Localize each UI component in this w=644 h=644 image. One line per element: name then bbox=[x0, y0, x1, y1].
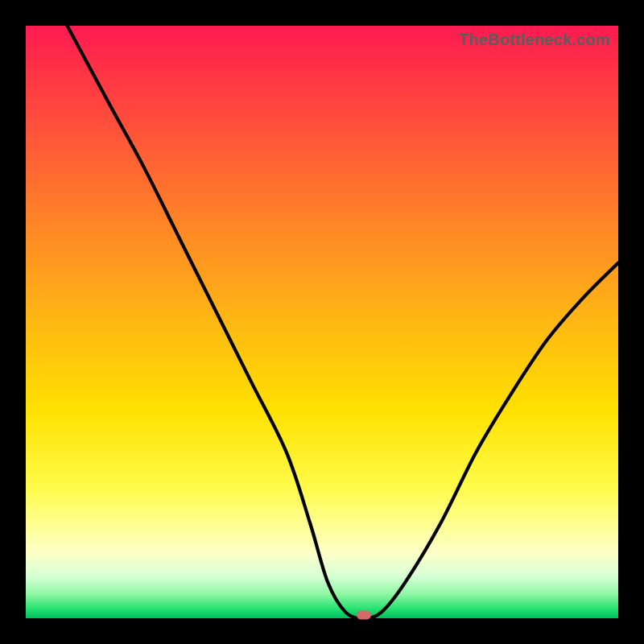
optimum-marker bbox=[357, 610, 371, 619]
bottleneck-curve bbox=[26, 26, 618, 618]
chart-frame: TheBottleneck.com bbox=[0, 0, 644, 644]
plot-area: TheBottleneck.com bbox=[26, 26, 618, 618]
